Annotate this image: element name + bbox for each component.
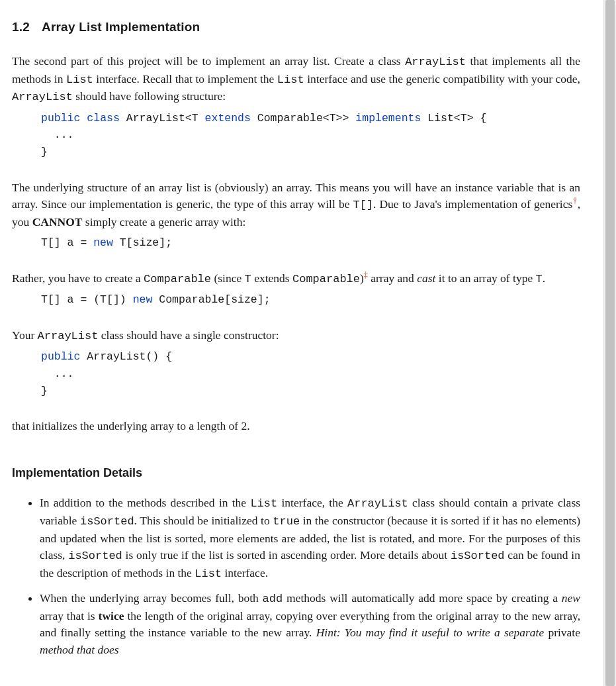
paragraph-5: that initializes the underlying array to… — [12, 418, 580, 434]
paragraph-2: The underlying structure of an array lis… — [12, 179, 580, 230]
keyword: new — [133, 293, 153, 306]
list-item: When the underlying array becomes full, … — [40, 590, 580, 658]
code-inline: List — [277, 74, 304, 86]
bullet-list: In addition to the methods described in … — [12, 495, 580, 658]
code-block-1: public class ArrayList<T extends Compara… — [41, 110, 580, 161]
paragraph-3: Rather, you have to create a Comparable … — [12, 270, 580, 288]
code-block-4: public ArrayList() { ... } — [41, 348, 580, 399]
list-item: In addition to the methods described in … — [40, 495, 580, 582]
italic-text: Hint: You may find it useful to write a … — [316, 626, 549, 639]
italic-text: new — [562, 591, 580, 605]
keyword: extends — [205, 112, 251, 124]
keyword: implements — [355, 112, 421, 124]
code-inline: List — [195, 567, 222, 580]
scrollbar-thumb[interactable] — [605, 0, 615, 686]
paragraph-4: Your ArrayList class should have a singl… — [12, 327, 580, 345]
code-inline: isSorted — [80, 515, 134, 528]
section-heading: 1.2Array List Implementation — [12, 20, 580, 34]
keyword: class — [87, 112, 120, 124]
document-page: 1.2Array List Implementation The second … — [0, 0, 592, 658]
code-inline: ArrayList — [38, 330, 99, 342]
footnote-ref: † — [572, 196, 577, 205]
vertical-scrollbar[interactable] — [603, 0, 616, 686]
section-number: 1.2 — [12, 20, 30, 34]
keyword: public — [41, 350, 80, 363]
code-inline: Comparable — [144, 273, 211, 285]
italic-text: cast — [417, 271, 435, 285]
code-inline: ArrayList — [12, 91, 73, 103]
code-inline: add — [263, 593, 283, 605]
keyword: new — [93, 236, 113, 249]
italic-text: method that does — [40, 643, 119, 656]
code-inline: true — [273, 515, 300, 528]
bold-text: CANNOT — [32, 215, 83, 228]
code-block-2: T[] a = new T[size]; — [41, 234, 580, 252]
code-block-3: T[] a = (T[]) new Comparable[size]; — [41, 291, 580, 309]
subsection-heading: Implementation Details — [12, 466, 580, 480]
code-inline: isSorted — [451, 550, 505, 562]
code-inline: ArrayList — [347, 497, 408, 510]
bold-text: twice — [99, 609, 124, 622]
code-inline: Comparable — [292, 273, 360, 285]
code-inline: T — [536, 273, 543, 285]
code-inline: T — [245, 273, 251, 285]
paragraph-1: The second part of this project will be … — [12, 53, 580, 106]
code-inline: ArrayList — [405, 56, 466, 68]
code-inline: isSorted — [68, 550, 122, 562]
code-inline: List — [250, 497, 277, 510]
section-title: Array List Implementation — [42, 20, 200, 34]
code-inline: List — [66, 74, 93, 86]
code-inline: T[] — [353, 199, 373, 211]
keyword: public — [41, 112, 80, 124]
